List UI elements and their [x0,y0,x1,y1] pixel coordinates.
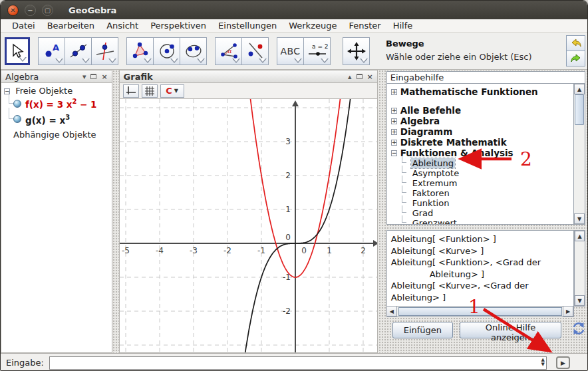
graphics-collapse-icon[interactable]: ▴ [348,72,352,81]
input-help-toggle-button[interactable]: ▶ [556,356,570,369]
tree-item-functions-analysis[interactable]: −Funktionen & Analysis [391,148,573,158]
redo-icon [569,53,583,64]
object-visibility-marble-icon[interactable] [13,100,21,108]
command-tree-box: +Mathematische Funktionen +Alle Befehle … [386,84,585,225]
expand-icon[interactable]: + [391,89,397,95]
menu-item-fenster[interactable]: Fenster [343,21,386,31]
toggle-axes-button[interactable] [123,84,139,98]
chevron-down-icon: ▼ [174,88,178,94]
graphics-canvas[interactable]: -5-4-3-2-112321-1-200 [119,99,378,353]
axes-icon [126,86,136,96]
algebra-object-f[interactable]: f(x) = 3 x2 − 1 [4,96,109,112]
chevron-down-icon [55,59,63,63]
tool-text-button[interactable]: ABC [277,37,304,65]
tree-child-funktion[interactable]: Funktion [391,198,573,208]
tree-item-algebra[interactable]: +Algebra [391,116,573,126]
window-maximize-button[interactable]: ▢ [42,5,53,16]
insert-button[interactable]: Einfügen [392,322,453,338]
menu-item-perspektiven[interactable]: Perspektiven [144,21,212,31]
tool-bar: A [1,33,587,70]
refresh-button[interactable] [572,322,585,338]
chevron-down-icon [259,59,267,63]
svg-text:-1: -1 [257,246,265,255]
tool-move-button[interactable] [5,37,30,65]
tree-item-all-commands[interactable]: +Alle Befehle [391,105,573,116]
tree-item-math-functions[interactable]: +Mathematische Funktionen [391,86,573,97]
window-minimize-button[interactable]: − [25,5,36,16]
panel-splitter[interactable] [112,70,119,353]
tree-item-diagramm[interactable]: +Diagramm [391,126,573,137]
scroll-left-icon[interactable]: ◀ [386,306,397,316]
tool-conic-button[interactable] [180,37,207,65]
object-visibility-marble-icon[interactable] [13,115,21,123]
tree-child-faktoren[interactable]: Faktoren [391,188,573,198]
command-syntax-box: Ableitung[ <Funktion> ] Ableitung[ <Kurv… [386,230,574,307]
menu-item-werkzeuge[interactable]: Werkzeuge [283,21,343,31]
syntax-h-scrollbar[interactable]: ◀ ▶ [386,307,574,317]
chevron-down-icon [170,59,178,63]
syntax-scrollbar[interactable]: ▲ ▼ [574,230,585,307]
tool-point-button[interactable]: A [38,37,65,65]
tool-reflect-button[interactable] [241,37,269,65]
command-input-field[interactable] [49,356,547,370]
svg-text:A: A [53,43,59,53]
input-history-spinner[interactable]: ▲▼ [541,358,545,367]
tool-move-view-button[interactable] [343,37,370,65]
collapse-icon[interactable]: − [391,150,397,156]
scroll-down-icon[interactable]: ▼ [575,295,585,306]
tool-slider-button[interactable]: a = 2 [303,37,331,65]
maximize-icon: ▢ [43,5,53,15]
menu-item-bearbeiten[interactable]: Bearbeiten [41,21,100,31]
window-close-button[interactable]: ✕ [7,5,19,16]
tool-circle-button[interactable] [153,37,180,65]
tool-polygon-button[interactable] [126,37,154,65]
chevron-down-icon [360,59,368,63]
tree-scrollbar[interactable]: ▲ ▼ [573,84,585,224]
expand-icon[interactable]: + [391,140,397,146]
scroll-down-icon[interactable]: ▼ [574,213,585,224]
online-help-button[interactable]: Online Hilfe anzeigen [460,322,561,338]
algebra-close-icon[interactable]: × [101,72,107,81]
scrollbar-thumb[interactable] [398,307,562,316]
menu-item-einstellungen[interactable]: Einstellungen [212,21,283,31]
graphics-close-icon[interactable]: × [367,72,373,81]
expand-icon[interactable]: + [391,118,397,124]
app-window: ✕ − ▢ GeoGebra Datei Bearbeiten Ansicht … [0,0,588,371]
graphics-undock-icon[interactable] [357,74,363,79]
redo-button[interactable] [566,51,585,66]
algebra-menu-icon[interactable]: ▾ [82,72,86,81]
menu-item-hilfe[interactable]: Hilfe [387,21,419,31]
menu-item-ansicht[interactable]: Ansicht [100,21,144,31]
point-capturing-button[interactable]: C ▼ [160,84,184,98]
graphics-panel-title: Grafik [124,72,153,82]
expand-icon[interactable]: + [391,129,397,135]
help-splitter[interactable] [386,225,585,230]
tree-child-extremum[interactable]: Extremum [391,178,573,188]
tree-connector [9,108,13,120]
algebra-free-objects-node[interactable]: − Freie Objekte [4,86,109,96]
scroll-right-icon[interactable]: ▶ [563,306,573,316]
tree-child-asymptote[interactable]: Asymptote [391,168,573,178]
scrollbar-thumb[interactable] [575,94,584,125]
tool-line-button[interactable] [65,37,92,65]
undo-button[interactable] [566,35,585,51]
menu-bar: Datei Bearbeiten Ansicht Perspektiven Ei… [1,19,587,33]
expand-icon[interactable]: + [391,108,397,114]
scroll-up-icon[interactable]: ▲ [575,231,585,241]
panel-splitter[interactable] [378,70,384,353]
algebra-object-g[interactable]: g(x) = x3 [4,112,109,128]
tree-child-grad[interactable]: Grad [391,208,573,218]
menu-item-datei[interactable]: Datei [6,21,41,31]
tool-perpendicular-line-button[interactable] [91,37,118,65]
tree-child-grenzwert[interactable]: Grenzwert [391,218,573,224]
syntax-line: Ableitung> ] [391,269,572,281]
svg-text:-4: -4 [156,246,164,255]
tree-item-discrete-math[interactable]: +Diskrete Mathematik [391,137,573,148]
svg-text:-5: -5 [122,246,130,255]
toggle-grid-button[interactable] [142,84,158,98]
scroll-up-icon[interactable]: ▲ [574,84,585,94]
algebra-undock-icon[interactable] [90,74,96,79]
tree-child-ableitung[interactable]: Ableitung [391,158,573,168]
tool-angle-button[interactable]: α [215,37,242,65]
svg-text:α: α [227,48,232,55]
